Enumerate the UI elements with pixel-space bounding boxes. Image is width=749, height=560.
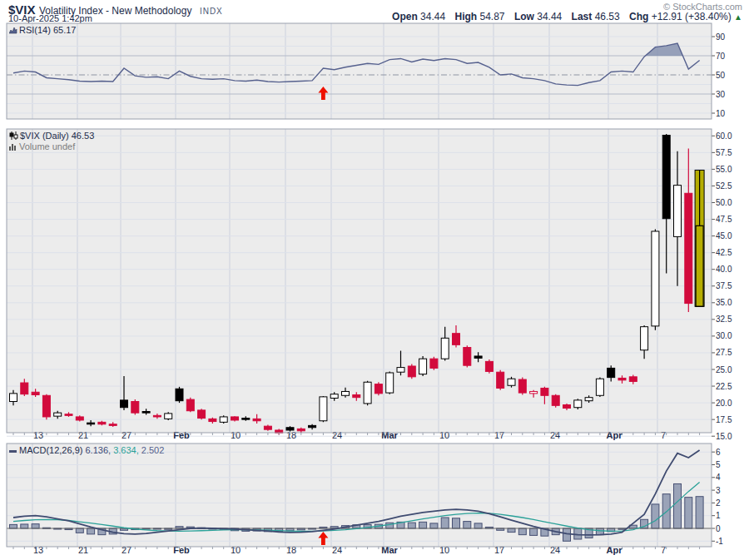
svg-text:13: 13 <box>33 430 43 440</box>
price-legend-text: $VIX (Daily) 46.53 <box>20 131 94 141</box>
svg-text:27.5: 27.5 <box>716 348 732 357</box>
svg-text:20.0: 20.0 <box>716 399 732 408</box>
svg-text:50.0: 50.0 <box>716 198 732 207</box>
macd-legend: MACD(12,26,9) 6.136, 3.634, 2.502 <box>9 445 164 456</box>
svg-text:37.5: 37.5 <box>716 281 732 290</box>
svg-text:30: 30 <box>716 90 726 99</box>
stockcharts-chart-window: { "header": { "ticker": "$VIX", "name": … <box>0 0 749 560</box>
candle <box>374 382 382 395</box>
macd-signal-value: 3.634, <box>113 445 139 455</box>
volume-bars-icon <box>9 142 17 152</box>
panel-backgrounds <box>7 23 712 547</box>
candle <box>386 371 394 394</box>
candle <box>497 370 504 390</box>
candle <box>320 396 327 422</box>
svg-text:35.0: 35.0 <box>716 298 732 307</box>
price-legend: $VIX (Daily) 46.53 Volume undef <box>9 131 94 152</box>
rsi-legend-text: RSI(14) 65.17 <box>19 25 76 35</box>
candle <box>186 398 194 413</box>
candle <box>652 230 659 330</box>
svg-text:10: 10 <box>231 430 241 440</box>
macd-value: 6.136, <box>85 445 111 455</box>
svg-text:70: 70 <box>716 52 726 61</box>
candle <box>220 415 227 424</box>
rsi-legend: RSI(14) 65.17 <box>9 25 76 36</box>
candle <box>364 381 371 406</box>
candle <box>131 399 139 414</box>
svg-text:24: 24 <box>550 430 560 440</box>
svg-text:17.5: 17.5 <box>716 415 732 424</box>
candlestick-icon <box>9 131 18 141</box>
svg-text:10: 10 <box>716 109 726 118</box>
candle <box>485 359 493 374</box>
svg-text:25.0: 25.0 <box>716 365 732 374</box>
volume-legend-text: Volume undef <box>19 141 75 151</box>
svg-text:18: 18 <box>286 430 296 440</box>
candle <box>408 364 415 379</box>
candle <box>42 394 50 419</box>
candle <box>430 357 438 370</box>
candle <box>518 378 526 395</box>
svg-text:60.0: 60.0 <box>716 131 732 141</box>
svg-text:6: 6 <box>716 448 721 457</box>
candle <box>464 345 471 367</box>
svg-text:90: 90 <box>716 32 726 42</box>
svg-text:47.5: 47.5 <box>716 215 732 224</box>
svg-text:32.5: 32.5 <box>716 315 732 324</box>
candle <box>596 378 603 397</box>
svg-text:40.0: 40.0 <box>716 265 732 274</box>
svg-text:21: 21 <box>78 430 88 440</box>
macd-hist-value: 2.502 <box>141 445 165 455</box>
svg-text:27: 27 <box>122 430 131 440</box>
macd-legend-name: MACD(12,26,9) <box>19 445 82 455</box>
svg-text:50: 50 <box>716 71 726 80</box>
svg-text:57.5: 57.5 <box>716 148 732 157</box>
svg-text:30.0: 30.0 <box>716 331 732 340</box>
svg-text:Mar: Mar <box>381 430 398 440</box>
svg-text:24: 24 <box>332 430 342 440</box>
candle <box>574 399 582 409</box>
candle <box>419 356 427 376</box>
svg-text:17: 17 <box>494 430 504 440</box>
candle <box>176 387 183 403</box>
chart-canvas: 907050301060.057.555.052.550.047.545.042… <box>0 0 749 560</box>
axis-labels: 907050301060.057.555.052.550.047.545.042… <box>712 32 732 546</box>
svg-text:42.5: 42.5 <box>716 248 732 257</box>
svg-text:-1: -1 <box>716 537 723 546</box>
svg-text:7: 7 <box>661 430 666 440</box>
svg-text:45.0: 45.0 <box>716 231 732 240</box>
svg-text:Feb: Feb <box>173 430 190 440</box>
candle <box>552 394 559 408</box>
area-chart-icon <box>9 26 17 36</box>
svg-text:55.0: 55.0 <box>716 165 732 174</box>
svg-text:3: 3 <box>716 486 721 495</box>
svg-text:1: 1 <box>716 511 721 520</box>
svg-text:10: 10 <box>439 430 449 440</box>
svg-text:2: 2 <box>716 498 721 508</box>
svg-text:15.0: 15.0 <box>716 432 732 441</box>
svg-text:0: 0 <box>716 524 721 533</box>
svg-text:4: 4 <box>716 473 721 482</box>
line-dash-icon <box>9 446 17 456</box>
svg-text:52.5: 52.5 <box>716 181 732 191</box>
candle <box>508 377 515 388</box>
svg-text:Apr: Apr <box>607 430 623 440</box>
candle <box>165 412 172 420</box>
candle <box>695 170 704 306</box>
svg-text:22.5: 22.5 <box>716 382 732 391</box>
candle <box>198 409 206 419</box>
svg-text:5: 5 <box>716 460 721 469</box>
